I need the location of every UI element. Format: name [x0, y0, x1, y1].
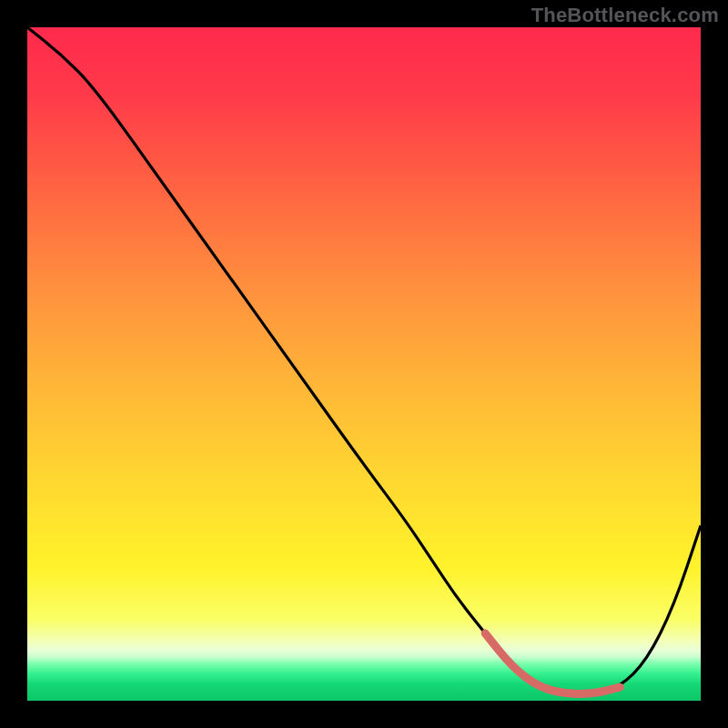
watermark-text: TheBottleneck.com	[531, 4, 719, 27]
bottleneck-curve	[27, 27, 701, 694]
chart-frame: TheBottleneck.com	[0, 0, 728, 728]
curve-svg	[27, 27, 701, 701]
sweet-spot-highlight	[485, 633, 620, 694]
plot-area	[27, 27, 701, 701]
